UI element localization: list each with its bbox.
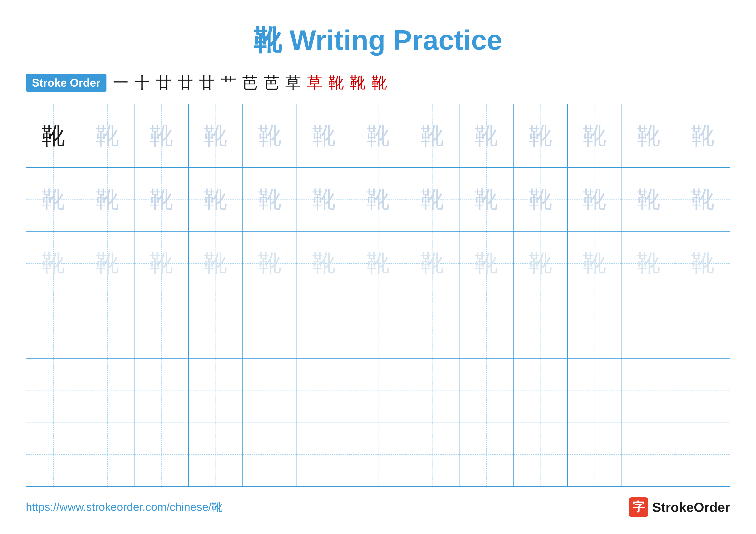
title-char: 靴 bbox=[254, 24, 282, 56]
stroke-8: 芭 bbox=[264, 72, 279, 93]
stroke-12: 靴 bbox=[350, 72, 365, 93]
grid-cell-r2-c11[interactable]: 靴 bbox=[568, 168, 622, 231]
grid-cell-r2-c2[interactable]: 靴 bbox=[80, 168, 134, 231]
grid-cell-r3-c10[interactable]: 靴 bbox=[514, 232, 568, 295]
grid-cell-r5-c8[interactable] bbox=[405, 359, 459, 422]
grid-cell-r5-c5[interactable] bbox=[243, 359, 297, 422]
grid-cell-r6-c4[interactable] bbox=[189, 422, 243, 486]
grid-cell-r3-c6[interactable]: 靴 bbox=[297, 232, 351, 295]
grid-cell-r2-c1[interactable]: 靴 bbox=[26, 168, 80, 231]
grid-cell-r1-c4[interactable]: 靴 bbox=[189, 104, 243, 167]
stroke-5: 廿 bbox=[199, 72, 215, 93]
grid-cell-r3-c13[interactable]: 靴 bbox=[676, 232, 730, 295]
grid-cell-r1-c10[interactable]: 靴 bbox=[514, 104, 568, 167]
grid-cell-r5-c9[interactable] bbox=[459, 359, 514, 422]
grid-cell-r2-c13[interactable]: 靴 bbox=[676, 168, 730, 231]
grid-cell-r1-c13[interactable]: 靴 bbox=[676, 104, 730, 167]
grid-cell-r4-c10[interactable] bbox=[514, 295, 568, 358]
char-light2: 靴 bbox=[150, 247, 173, 279]
grid-cell-r6-c7[interactable] bbox=[351, 422, 405, 486]
footer-logo-text: StrokeOrder bbox=[652, 499, 730, 515]
grid-cell-r2-c10[interactable]: 靴 bbox=[514, 168, 568, 231]
char-light1: 靴 bbox=[312, 120, 336, 152]
grid-cell-r3-c8[interactable]: 靴 bbox=[405, 232, 459, 295]
grid-cell-r2-c3[interactable]: 靴 bbox=[134, 168, 189, 231]
grid-cell-r3-c7[interactable]: 靴 bbox=[351, 232, 405, 295]
grid-cell-r5-c12[interactable] bbox=[622, 359, 676, 422]
char-light2: 靴 bbox=[41, 247, 65, 279]
grid-cell-r3-c4[interactable]: 靴 bbox=[189, 232, 243, 295]
grid-cell-r5-c10[interactable] bbox=[514, 359, 568, 422]
grid-cell-r6-c13[interactable] bbox=[676, 422, 730, 486]
grid-cell-r4-c4[interactable] bbox=[189, 295, 243, 358]
grid-cell-r4-c13[interactable] bbox=[676, 295, 730, 358]
grid-cell-r2-c8[interactable]: 靴 bbox=[405, 168, 459, 231]
grid-cell-r1-c9[interactable]: 靴 bbox=[459, 104, 514, 167]
grid-cell-r3-c11[interactable]: 靴 bbox=[568, 232, 622, 295]
grid-cell-r6-c6[interactable] bbox=[297, 422, 351, 486]
grid-cell-r5-c11[interactable] bbox=[568, 359, 622, 422]
stroke-9: 草 bbox=[285, 72, 301, 93]
grid-cell-r5-c13[interactable] bbox=[676, 359, 730, 422]
grid-cell-r1-c3[interactable]: 靴 bbox=[134, 104, 189, 167]
grid-cell-r6-c1[interactable] bbox=[26, 422, 80, 486]
grid-cell-r5-c1[interactable] bbox=[26, 359, 80, 422]
char-light1: 靴 bbox=[474, 120, 498, 152]
grid-row-2: 靴 靴 靴 靴 靴 靴 靴 靴 靴 靴 靴 靴 靴 bbox=[26, 168, 730, 231]
grid-cell-r3-c3[interactable]: 靴 bbox=[134, 232, 189, 295]
grid-row-3: 靴 靴 靴 靴 靴 靴 靴 靴 靴 靴 靴 靴 靴 bbox=[26, 232, 730, 295]
grid-row-1: 靴 靴 靴 靴 靴 靴 靴 靴 靴 靴 靴 靴 靴 bbox=[26, 104, 730, 168]
grid-cell-r1-c7[interactable]: 靴 bbox=[351, 104, 405, 167]
grid-cell-r1-c6[interactable]: 靴 bbox=[297, 104, 351, 167]
grid-cell-r6-c3[interactable] bbox=[134, 422, 189, 486]
grid-cell-r3-c5[interactable]: 靴 bbox=[243, 232, 297, 295]
char-light1: 靴 bbox=[258, 120, 282, 152]
char-light2: 靴 bbox=[529, 247, 552, 279]
grid-cell-r1-c1[interactable]: 靴 bbox=[26, 104, 80, 167]
grid-cell-r6-c2[interactable] bbox=[80, 422, 134, 486]
char-light1: 靴 bbox=[583, 120, 606, 152]
grid-cell-r3-c2[interactable]: 靴 bbox=[80, 232, 134, 295]
grid-cell-r6-c8[interactable] bbox=[405, 422, 459, 486]
grid-cell-r4-c6[interactable] bbox=[297, 295, 351, 358]
grid-cell-r2-c5[interactable]: 靴 bbox=[243, 168, 297, 231]
grid-cell-r4-c5[interactable] bbox=[243, 295, 297, 358]
grid-cell-r3-c9[interactable]: 靴 bbox=[459, 232, 514, 295]
grid-cell-r6-c10[interactable] bbox=[514, 422, 568, 486]
grid-cell-r1-c11[interactable]: 靴 bbox=[568, 104, 622, 167]
grid-cell-r3-c12[interactable]: 靴 bbox=[622, 232, 676, 295]
grid-cell-r2-c12[interactable]: 靴 bbox=[622, 168, 676, 231]
grid-cell-r1-c8[interactable]: 靴 bbox=[405, 104, 459, 167]
grid-cell-r4-c9[interactable] bbox=[459, 295, 514, 358]
grid-cell-r6-c12[interactable] bbox=[622, 422, 676, 486]
grid-cell-r4-c1[interactable] bbox=[26, 295, 80, 358]
grid-cell-r5-c6[interactable] bbox=[297, 359, 351, 422]
grid-cell-r5-c7[interactable] bbox=[351, 359, 405, 422]
stroke-4: 廿 bbox=[177, 72, 193, 93]
grid-cell-r4-c2[interactable] bbox=[80, 295, 134, 358]
grid-cell-r2-c4[interactable]: 靴 bbox=[189, 168, 243, 231]
grid-cell-r6-c5[interactable] bbox=[243, 422, 297, 486]
grid-cell-r4-c8[interactable] bbox=[405, 295, 459, 358]
grid-cell-r2-c6[interactable]: 靴 bbox=[297, 168, 351, 231]
grid-cell-r6-c9[interactable] bbox=[459, 422, 514, 486]
grid-cell-r5-c4[interactable] bbox=[189, 359, 243, 422]
grid-cell-r4-c12[interactable] bbox=[622, 295, 676, 358]
grid-cell-r4-c3[interactable] bbox=[134, 295, 189, 358]
grid-cell-r1-c12[interactable]: 靴 bbox=[622, 104, 676, 167]
grid-cell-r2-c9[interactable]: 靴 bbox=[459, 168, 514, 231]
footer-url[interactable]: https://www.strokeorder.com/chinese/靴 bbox=[26, 499, 223, 515]
stroke-13: 靴 bbox=[371, 72, 387, 93]
page-title: 靴 Writing Practice bbox=[254, 21, 502, 60]
grid-cell-r5-c2[interactable] bbox=[80, 359, 134, 422]
grid-cell-r1-c5[interactable]: 靴 bbox=[243, 104, 297, 167]
grid-cell-r1-c2[interactable]: 靴 bbox=[80, 104, 134, 167]
char-light1: 靴 bbox=[204, 184, 227, 215]
grid-cell-r6-c11[interactable] bbox=[568, 422, 622, 486]
grid-cell-r3-c1[interactable]: 靴 bbox=[26, 232, 80, 295]
grid-cell-r5-c3[interactable] bbox=[134, 359, 189, 422]
grid-cell-r2-c7[interactable]: 靴 bbox=[351, 168, 405, 231]
char-light2: 靴 bbox=[420, 247, 444, 279]
grid-cell-r4-c11[interactable] bbox=[568, 295, 622, 358]
grid-cell-r4-c7[interactable] bbox=[351, 295, 405, 358]
